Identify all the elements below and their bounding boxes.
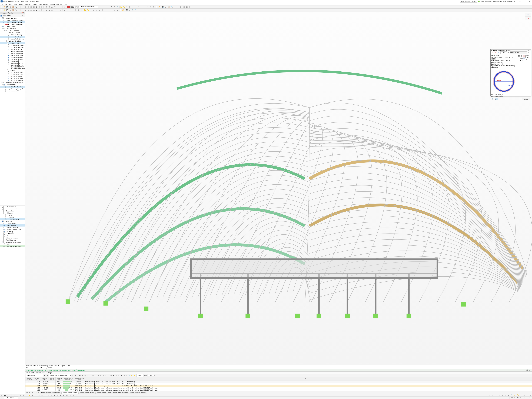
table-row[interactable]: 1940.080 CO11 0.716 ✔SP6500.02Section Pr… (25, 387, 532, 389)
table-tab[interactable]: Design Ratios by Member (112, 392, 129, 394)
tree-item[interactable]: ✔SP4100.03 | Bending about y... (0, 57, 25, 59)
zoom-icon[interactable]: 🔍 (491, 98, 494, 100)
column-header[interactable]: DesignSituation (25, 377, 33, 381)
toolbar-btn[interactable]: ∫ (95, 9, 98, 12)
section-type-select[interactable]: Gross Section (510, 51, 527, 54)
view-tool-btn[interactable]: ◆ (492, 394, 494, 396)
column-header[interactable]: Design CheckType (74, 377, 85, 381)
toolbar-btn[interactable]: ◧ (35, 6, 38, 8)
table-tool-btn[interactable]: △ (102, 374, 105, 377)
toolbar-btn[interactable]: 📏 (87, 9, 89, 12)
section-mode-1-icon[interactable]: ⊥ (491, 51, 494, 54)
toolbar-btn[interactable]: 📐 (120, 6, 123, 8)
view-tool-btn[interactable]: ↗ (7, 394, 9, 396)
menu-assign[interactable]: Assign (18, 3, 24, 5)
tree-item[interactable]: ✔SP3300.02 | Resulting shear a... (0, 55, 25, 57)
tree-item[interactable]: ✔SP6500.03 | Bending about z... (0, 65, 25, 67)
tree-item[interactable]: ▾✔Scaling of Mode Shapes (0, 241, 25, 243)
table-menu-item[interactable]: View (42, 372, 45, 374)
toolbar-btn[interactable]: 🖨 (129, 9, 131, 12)
view-tool-btn[interactable]: ▦ (32, 394, 34, 396)
menu-edit[interactable]: Edit (4, 3, 8, 5)
max-value-field[interactable]: 0.979 (147, 374, 154, 377)
toolbar-btn[interactable]: ⋮ (101, 9, 104, 12)
toolbar-btn[interactable]: 💾 (162, 6, 165, 8)
table-row[interactable]: DS11341.996 ≡CO15 0.926 ✔SP4100.03Sectio… (25, 381, 532, 383)
view-tool-btn[interactable]: 📏 (517, 394, 519, 396)
toolbar-btn[interactable]: fx (129, 6, 131, 8)
toolbar-btn[interactable]: ◫ (33, 6, 35, 8)
view-tool-btn[interactable]: ○ (56, 394, 59, 396)
toolbar-btn[interactable]: ⊞ (45, 6, 48, 8)
toolbar-btn[interactable]: ● (105, 6, 108, 8)
toolbar-btn[interactable]: 💾 (6, 9, 9, 12)
view-tool-btn[interactable]: ▷ (50, 394, 52, 396)
first-page-icon[interactable]: ⏮ (26, 392, 28, 393)
toolbar-btn[interactable]: ⋮ (137, 6, 140, 8)
toolbar-btn[interactable]: ⋯ (105, 9, 108, 12)
toolbar-btn[interactable]: ∑ (90, 9, 92, 12)
tree-item[interactable]: ✔SP1100.00 | Tension acc. to E... (0, 46, 25, 48)
view-tool-btn[interactable]: ⋮ (75, 394, 77, 396)
ds-select[interactable]: DS1 (70, 6, 76, 8)
toolbar-btn[interactable]: ⊕ (108, 9, 110, 12)
toolbar-btn[interactable]: ≡ (134, 6, 137, 8)
toolbar-btn[interactable]: 🖨 (9, 6, 12, 8)
prev2-icon[interactable]: ◂ (72, 374, 74, 377)
tree-item[interactable]: Section (0, 216, 25, 218)
tree-item[interactable]: Max. of all 'Design Situations' (0, 19, 25, 21)
snap-icon[interactable]: ⌖ (0, 397, 3, 399)
toolbar-btn[interactable]: 🔍 (14, 9, 17, 12)
table-menu-item[interactable]: Edit (31, 372, 34, 374)
tree-item[interactable]: Section Colored (0, 218, 25, 220)
tree-item[interactable]: ✔ST2100.00 | Lateral torsional ... (0, 77, 25, 80)
menu-options[interactable]: Options (43, 3, 49, 5)
tree-item[interactable]: ✔SP3200.02 | Shear in y-axis ac... (0, 52, 25, 55)
table-close-icon[interactable]: ✕ (528, 369, 531, 371)
toolbar-btn[interactable]: 📏 (123, 6, 126, 8)
toolbar-btn[interactable]: ◨ (38, 9, 41, 12)
table-tool-btn[interactable]: ▽ (105, 374, 107, 377)
view-tool-btn[interactable]: ⬚ (38, 394, 40, 396)
view-tool-btn[interactable]: 👁 (0, 394, 3, 396)
table-tool-btn[interactable]: ✚ (120, 374, 123, 377)
tree-item[interactable]: ▾Values on Surfaces (0, 237, 25, 239)
toolbar-btn[interactable]: 📄 (155, 6, 158, 8)
view-tool-btn[interactable]: ⌂ (25, 394, 27, 396)
tree-item[interactable]: ✔ST1300.00 | Flexural buckling... (0, 73, 25, 75)
dialog-maximize[interactable]: ☐ (524, 50, 527, 51)
tree-item[interactable]: ✔SP6500.04 | Biaxial bending a... (0, 67, 25, 69)
prev-lc-icon[interactable]: ◂ (98, 6, 101, 8)
tree-item[interactable]: Two-Colored (0, 222, 25, 224)
menu-help[interactable]: Help (63, 3, 68, 5)
tree-item[interactable]: ▾✔Members (0, 220, 25, 222)
window-minimize[interactable]: — (518, 0, 522, 3)
table-tool-btn[interactable]: ● (118, 374, 120, 377)
tree-item[interactable]: ▾✔Deformation (0, 210, 25, 212)
menu-file[interactable]: File (0, 3, 4, 5)
table-tab[interactable]: Design Ratios by Location (129, 392, 147, 394)
toolbar-btn[interactable]: ⊞ (45, 9, 48, 12)
table-tool-btn[interactable]: ▦ (79, 374, 81, 377)
toolbar-btn[interactable]: 📋 (132, 9, 134, 12)
results-tree[interactable]: ▾✔Design SituationsMax. of all 'Design S… (0, 17, 25, 205)
tree-item[interactable]: ✔Result Diagram Filled (0, 228, 25, 231)
view-tool-btn[interactable]: ∫ (526, 394, 528, 396)
tree-item[interactable]: ✔ST3100.00 | Bending and buc... (0, 80, 25, 82)
dialog-titlebar[interactable]: 🗔 Result Diagrams in Section ☐ ✕ (491, 50, 531, 51)
toolbar-btn[interactable]: ▦ (24, 9, 27, 12)
tree-item[interactable]: ▾✔Mode Shapes (0, 84, 25, 86)
toolbar-btn[interactable]: ⚙ (113, 6, 116, 8)
table-tool-btn[interactable]: ⚙ (125, 374, 128, 377)
tree-item[interactable]: ▾✔Ratio Envelope (0, 30, 25, 32)
toolbar-btn[interactable]: ⊘ (116, 9, 119, 12)
tree-item[interactable]: max (uX; uY; uZ; φX; φY; φZ) = 1 (0, 245, 25, 247)
tree-item[interactable]: ✔SP5100.03 | Bending about z... (0, 59, 25, 61)
view-tool-btn[interactable]: ✖ (504, 394, 507, 396)
toolbar-btn[interactable]: ◫ (33, 9, 35, 12)
toolbar-btn[interactable]: ▽ (53, 6, 56, 8)
table-tool-btn[interactable]: ◆ (112, 374, 115, 377)
toolbar-btn[interactable]: ⊖ (147, 6, 149, 8)
view-tool-btn[interactable]: ⟳ (16, 394, 18, 396)
toolbar-btn[interactable]: ◫ (189, 6, 191, 8)
